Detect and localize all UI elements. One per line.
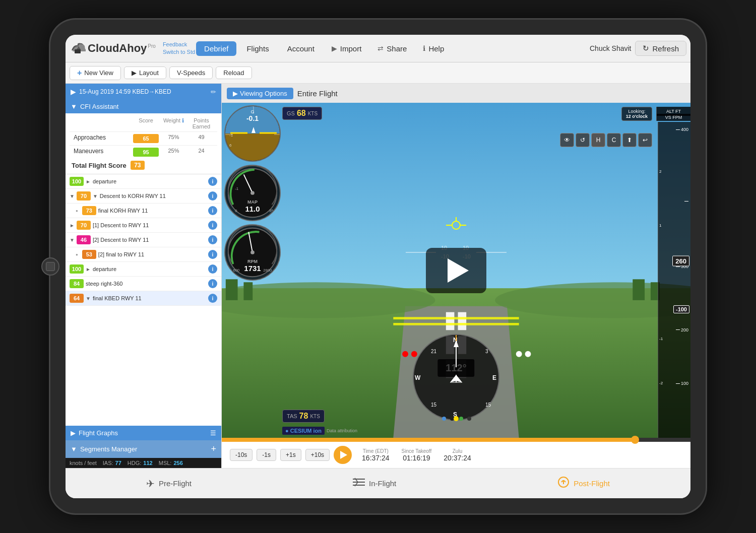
switch-link[interactable]: Switch to Std [163, 48, 195, 56]
info-icon[interactable]: i [208, 221, 217, 230]
skip-minus1-button[interactable]: -1s [257, 449, 276, 461]
weight-info-icon: ℹ [182, 117, 184, 123]
item-arrow: ► [86, 179, 91, 184]
svg-text:W: W [415, 374, 421, 381]
attitude-indicator: G -0.1 -1 6 [224, 105, 281, 162]
playback-controls: -10s -1s +1s +10s Time (EDT) 16:37:24 Si… [222, 442, 690, 468]
tab-flights[interactable]: Flights [238, 41, 277, 56]
tab-debrief[interactable]: Debrief [196, 41, 236, 56]
flight-item[interactable]: ● 53 [2] final to RWY 11 i [66, 247, 221, 262]
cam-h-button[interactable]: H [591, 133, 605, 147]
home-button-inner [46, 262, 55, 271]
item-badge: 100 [70, 264, 84, 274]
cam-rotate-button[interactable]: ↺ [576, 133, 590, 147]
layout-button[interactable]: ▶ Layout [124, 66, 166, 79]
flight-item[interactable]: ► 70 [1] Descent to RWY 11 i [66, 218, 221, 233]
flight-item[interactable]: ▼ 46 [2] Descent to RWY 11 i [66, 233, 221, 247]
knots-feet-label: knots / feet [70, 460, 97, 466]
tablet-device: CloudAhoy Pro Feedback Switch to Std Deb… [50, 20, 706, 513]
flight-item[interactable]: 64 ▼ final KBED RWY 11 i [66, 291, 221, 306]
logo-icon [70, 40, 86, 56]
nav-preflight[interactable]: ✈ Pre-Flight [146, 478, 192, 490]
logo-area: CloudAhoy Pro [70, 40, 156, 56]
maneuvers-label: Maneuvers [72, 147, 132, 158]
flight-item[interactable]: 84 steep right-360 i [66, 277, 221, 291]
play-pause-button[interactable] [334, 446, 352, 464]
new-view-button[interactable]: + New View [70, 66, 121, 80]
svg-text:-1: -1 [229, 133, 233, 138]
flight-item[interactable]: 100 ► departure i [66, 174, 221, 189]
help-button[interactable]: ℹ Help [416, 41, 451, 56]
refresh-button[interactable]: ↻ Refresh [635, 41, 686, 56]
info-icon[interactable]: i [208, 279, 217, 288]
info-icon[interactable]: i [208, 250, 217, 259]
map-value: 11.0 [225, 205, 280, 213]
skip-minus10-button[interactable]: -10s [230, 449, 253, 461]
cesium-logo: ● CESIUM ion [282, 427, 325, 435]
cam-up-button[interactable]: ⬆ [622, 133, 637, 147]
user-area: Chuck Shavit ↻ Refresh [590, 41, 686, 56]
item-badge: 100 [70, 177, 84, 186]
nav-postflight[interactable]: Post-Flight [557, 476, 610, 491]
tab-account[interactable]: Account [279, 41, 323, 56]
svg-point-67 [450, 417, 454, 421]
cam-eye-button[interactable]: 👁 [560, 133, 574, 147]
approaches-score-badge: 65 [133, 134, 159, 143]
inflight-icon [353, 477, 365, 490]
item-badge: 73 [82, 206, 96, 215]
segments-section[interactable]: ▼ Segments Manager + [66, 440, 221, 458]
top-nav: CloudAhoy Pro Feedback Switch to Std Deb… [66, 35, 690, 62]
flight-item[interactable]: 100 ► departure i [66, 262, 221, 277]
flight-item[interactable]: ▼ 70 ▼ Descent to KORH RWY 11 i [66, 189, 221, 204]
info-icon[interactable]: i [208, 294, 217, 303]
cam-c-button[interactable]: C [607, 133, 621, 147]
timeline-thumb[interactable] [631, 436, 639, 444]
svg-text:-1: -1 [235, 186, 238, 191]
instruments-panel: G -0.1 -1 6 [224, 105, 281, 281]
item-arrow: ► [86, 266, 91, 272]
3d-view[interactable]: 10 10 -10 -10 [222, 103, 690, 438]
reload-button[interactable]: Reload [216, 66, 251, 79]
gs-indicator: GS 68 KTS [282, 107, 322, 120]
play-button-overlay[interactable] [426, 248, 486, 293]
svg-rect-20 [243, 282, 253, 300]
timeline-bar[interactable] [222, 438, 690, 442]
info-icon[interactable]: i [208, 177, 217, 186]
svg-point-43 [250, 191, 255, 195]
flight-graphs-section[interactable]: ▶ Flight Graphs ☰ [66, 426, 221, 440]
item-badge: 70 [77, 191, 91, 201]
cesium-branding: ● CESIUM ion Data attribution [282, 427, 357, 435]
info-icon[interactable]: i [208, 191, 217, 201]
skip-plus10-button[interactable]: +10s [305, 449, 330, 461]
viewing-options-button[interactable]: ▶ Viewing Options [227, 88, 293, 99]
camera-controls: 👁 ↺ H C ⬆ ↩ [560, 133, 652, 147]
msl-display: MSL: 256 [159, 460, 183, 466]
svg-point-70 [467, 417, 471, 421]
menu-icon: ☰ [210, 429, 216, 437]
item-expand-arrow: ► [70, 223, 75, 228]
flight-header: ▶ 15-Aug 2019 14:59 KBED→KBED ✏ [66, 84, 221, 100]
svg-rect-19 [226, 279, 238, 300]
skip-plus1-button[interactable]: +1s [280, 449, 301, 461]
share-button[interactable]: ⇄ Share [370, 41, 414, 56]
play-triangle [448, 258, 469, 283]
import-button[interactable]: ▶ Import [325, 41, 369, 56]
info-icon[interactable]: i [208, 264, 217, 274]
second-toolbar: + New View ▶ Layout V-Speeds Reload [66, 62, 690, 84]
nav-inflight[interactable]: In-Flight [353, 477, 396, 490]
approaches-points: 49 [187, 133, 215, 144]
info-icon[interactable]: i [208, 206, 217, 215]
time-edt-block: Time (EDT) 16:37:24 [362, 448, 390, 462]
svg-point-14 [525, 351, 531, 357]
preflight-icon: ✈ [146, 478, 155, 490]
vspeeds-button[interactable]: V-Speeds [169, 66, 213, 79]
flight-items: 100 ► departure i ▼ 70 ▼ Descent to KORH… [66, 174, 221, 426]
feedback-link[interactable]: Feedback [163, 41, 195, 48]
edit-icon[interactable]: ✏ [211, 88, 216, 96]
flight-item[interactable]: ● 73 final KORH RWY 11 i [66, 204, 221, 218]
info-icon[interactable]: i [208, 235, 217, 244]
add-segment-icon[interactable]: + [211, 444, 216, 454]
cam-forward-button[interactable]: ↩ [638, 133, 652, 147]
svg-point-66 [442, 417, 446, 421]
home-button[interactable] [41, 257, 59, 276]
